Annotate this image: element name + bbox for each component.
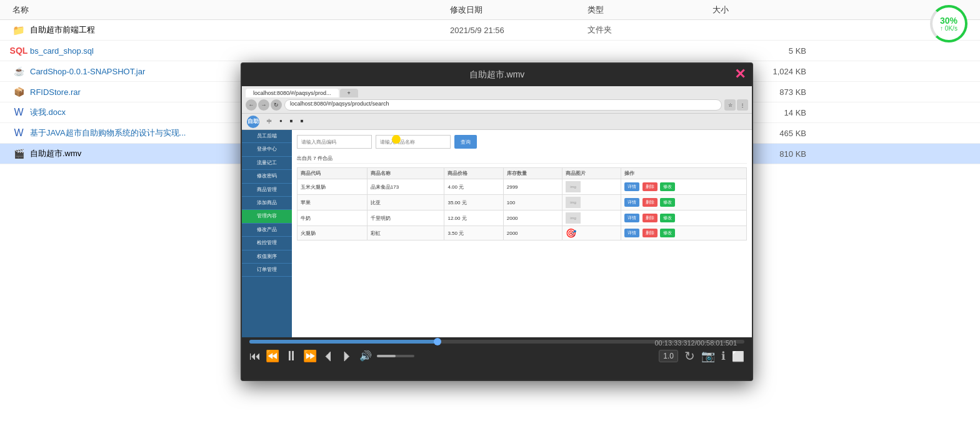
sidebar-item-11[interactable]: 订单管理 xyxy=(242,264,292,277)
rar-icon: 📦 xyxy=(12,86,25,98)
nav-item-4[interactable]: ■ xyxy=(298,117,306,126)
file-size: 5 KB xyxy=(712,46,806,56)
url-bar[interactable]: localhost:8080/#/paqsys/product/search xyxy=(284,99,722,111)
menu-icon[interactable]: ⋮ xyxy=(737,99,748,111)
controls-row: ⏮ ⏪ ⏸ ⏩ ⏴ ⏵ 🔊 xyxy=(249,349,744,364)
frame-forward-button[interactable]: ⏵ xyxy=(341,349,354,363)
detail-button-2[interactable]: 详情 xyxy=(624,214,639,222)
td-stock-0: 2999 xyxy=(503,179,562,195)
rewind-button[interactable]: ⏮ xyxy=(249,350,261,362)
td-name-1: 比亚 xyxy=(367,195,444,211)
video-player[interactable]: 自助超市.wmv ✕ localhost:8080/#/paqsys/prod.… xyxy=(241,62,753,381)
browser-tab-new[interactable]: + xyxy=(340,89,358,97)
table-row: 火腿肠 彩虹 3.50 元 2000 🎯 详情 删除 xyxy=(298,226,747,240)
table-row: 牛奶 千里明奶 12.00 元 2000 img 详情 删除 修改 xyxy=(298,211,747,226)
browser-tab-active[interactable]: localhost:8080/#/paqsys/prod... xyxy=(246,89,339,97)
progress-handle[interactable] xyxy=(434,338,441,345)
rotate-button[interactable]: ↻ xyxy=(684,349,695,364)
search-input-name[interactable] xyxy=(376,135,451,149)
table-row: 玉米火腿肠 品来食品173 4.00 元 2999 img 详情 删除 修改 xyxy=(298,179,747,195)
sidebar-item-2[interactable]: 登录中心 xyxy=(242,143,292,156)
td-action-2: 详情 删除 修改 xyxy=(621,211,747,226)
sidebar-item-7[interactable]: 管理内容 xyxy=(242,210,292,223)
sidebar-item-4[interactable]: 修改密码 xyxy=(242,170,292,183)
edit-button-0[interactable]: 修改 xyxy=(660,182,675,191)
edit-button-3[interactable]: 修改 xyxy=(660,229,675,237)
sidebar-item-9[interactable]: 检控管理 xyxy=(242,237,292,250)
network-indicator: 30% ↑ 0K/s xyxy=(930,5,968,42)
app-header: 自助 中 ● ■ ■ xyxy=(242,114,752,130)
search-button[interactable]: 查询 xyxy=(454,135,477,149)
network-speed: ↑ 0K/s xyxy=(940,25,958,32)
detail-button-3[interactable]: 详情 xyxy=(624,229,639,237)
browser-actions: ☆ ⋮ xyxy=(724,99,748,111)
refresh-button[interactable]: ↻ xyxy=(271,99,282,111)
file-name: CardShop-0.0.1-SNAPSHOT.jar xyxy=(30,67,145,76)
video-titlebar: 自助超市.wmv ✕ xyxy=(242,64,752,86)
td-price-2: 12.00 元 xyxy=(444,211,503,226)
nav-item-3[interactable]: ■ xyxy=(288,117,296,126)
speed-badge[interactable]: 1.0 xyxy=(659,350,678,362)
video-screen: localhost:8080/#/paqsys/prod... + ← → ↻ … xyxy=(242,86,752,337)
stats-bar: 出自共 7 件合品 xyxy=(297,154,747,164)
video-content: localhost:8080/#/paqsys/prod... + ← → ↻ … xyxy=(242,86,752,337)
table-row[interactable]: 📁 自助超市前端工程 2021/5/9 21:56 文件夹 xyxy=(0,20,980,41)
app-main-content: 查询 出自共 7 件合品 商品代码 商品名称 xyxy=(292,130,752,337)
td-stock-3: 2000 xyxy=(503,226,562,240)
back-button[interactable]: ← xyxy=(246,99,257,111)
table-row[interactable]: SQL bs_card_shop.sql 5 KB xyxy=(0,41,980,61)
screenshot-button[interactable]: 📷 xyxy=(701,349,715,363)
frame-back-button[interactable]: ⏴ xyxy=(322,349,336,363)
nav-item-2[interactable]: ● xyxy=(277,117,285,126)
td-name-2: 千里明奶 xyxy=(367,211,444,226)
nav-item-1[interactable]: 中 xyxy=(264,117,274,126)
td-img-1: img xyxy=(562,195,621,211)
volume-slider[interactable] xyxy=(377,355,414,357)
skip-forward-button[interactable]: ⏩ xyxy=(303,350,317,362)
th-img: 商品图片 xyxy=(562,168,621,179)
delete-button-2[interactable]: 删除 xyxy=(642,214,658,222)
detail-button-1[interactable]: 详情 xyxy=(624,198,639,207)
td-code-3: 火腿肠 xyxy=(298,226,368,240)
edit-button-2[interactable]: 修改 xyxy=(660,214,675,222)
info-button[interactable]: ℹ xyxy=(721,349,726,363)
bookmark-icon[interactable]: ☆ xyxy=(724,99,736,111)
fullscreen-button[interactable]: ⬜ xyxy=(732,350,744,362)
sidebar-item-10[interactable]: 权值测序 xyxy=(242,250,292,264)
detail-button-0[interactable]: 详情 xyxy=(624,182,639,191)
col-size: 大小 xyxy=(712,4,806,16)
forward-button[interactable]: → xyxy=(258,99,269,111)
sidebar-item-3[interactable]: 流量记工 xyxy=(242,157,292,170)
column-header-bar: 名称 修改日期 类型 大小 xyxy=(0,0,980,20)
th-stock: 库存数量 xyxy=(503,168,562,179)
sidebar-item-1[interactable]: 员工后端 xyxy=(242,130,292,143)
browser-chrome: localhost:8080/#/paqsys/prod... + ← → ↻ … xyxy=(242,86,752,114)
td-name-3: 彩虹 xyxy=(367,226,444,240)
volume-icon[interactable]: 🔊 xyxy=(359,351,372,361)
recording-indicator xyxy=(392,135,401,144)
main-controls: ⏮ ⏪ ⏸ ⏩ ⏴ ⏵ 🔊 xyxy=(249,349,414,363)
td-action-0: 详情 删除 修改 xyxy=(621,179,747,195)
td-price-1: 35.00 元 xyxy=(444,195,503,211)
jar-icon: ☕ xyxy=(12,65,25,77)
col-date: 修改日期 xyxy=(450,4,588,16)
edit-button-1[interactable]: 修改 xyxy=(660,198,675,207)
docx-icon: W xyxy=(12,106,25,119)
delete-button-3[interactable]: 删除 xyxy=(642,229,658,237)
close-button[interactable]: ✕ xyxy=(734,67,746,81)
delete-button-1[interactable]: 删除 xyxy=(642,198,658,207)
sql-icon: SQL xyxy=(12,44,25,57)
sidebar-item-8[interactable]: 修改产品 xyxy=(242,224,292,237)
sidebar-item-6[interactable]: 添加商品 xyxy=(242,197,292,210)
search-input-code[interactable] xyxy=(297,135,372,149)
folder-icon: 📁 xyxy=(12,24,25,36)
col-type: 类型 xyxy=(588,4,712,16)
delete-button-0[interactable]: 删除 xyxy=(642,182,658,191)
file-name: RFIDStore.rar xyxy=(30,87,81,97)
sidebar-item-5[interactable]: 商品管理 xyxy=(242,184,292,197)
pause-button[interactable]: ⏸ xyxy=(284,349,298,363)
product-img: img xyxy=(566,181,581,192)
skip-back-button[interactable]: ⏪ xyxy=(266,350,279,362)
td-action-3: 详情 删除 修改 xyxy=(621,226,747,240)
wmv-icon: 🎬 xyxy=(12,147,25,160)
